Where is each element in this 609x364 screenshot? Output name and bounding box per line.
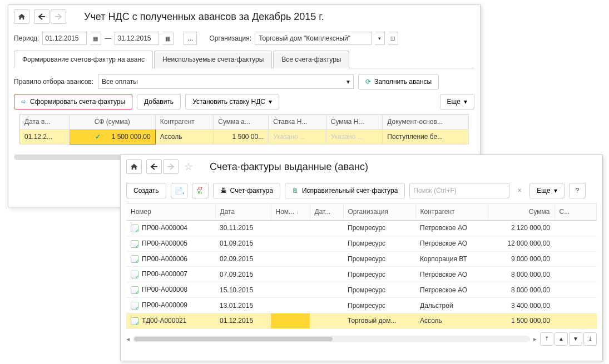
dtkt-button[interactable]: ДтКт [192,183,209,198]
org-label: Организация: [209,34,251,42]
period-from-input[interactable]: 01.12.2015 [42,32,87,45]
col-doc[interactable]: Документ-основ... [383,114,469,129]
arrow-right-icon: ➪ [21,98,27,106]
cell-date: 02.09.2015 [215,251,271,267]
scroll-right-icon[interactable]: ▸ [533,335,537,343]
table-header-row: Номер Дата Ном...↓ Дат... Организация Ко… [126,203,597,221]
col-date[interactable]: Дата [215,203,271,221]
goto-bottom-button[interactable]: ⤓ [583,332,597,346]
tab-formation[interactable]: Формирование счетов-фактур на аванс [14,51,153,68]
cell-org: Промресурс [343,251,415,267]
cell-sum-a: 1 500 00... [214,129,269,144]
corr-label: Исправительный счет-фактура [302,187,398,195]
col-nom[interactable]: Ном...↓ [271,203,310,221]
cell-number: ПР00-А000009 [126,298,215,313]
goto-top-button[interactable]: ⤒ [540,332,553,346]
page-title: Счета-фактуры выданные (аванс) [210,161,368,173]
scroll-left-icon[interactable]: ◂ [126,335,130,343]
cell-org: Промресурс [343,298,415,313]
col-sum-n[interactable]: Сумма Н... [326,114,383,129]
more-button[interactable]: Еще ▾ [440,94,474,109]
cell-number: ПР00-А000004 [126,221,215,236]
period-to-input[interactable]: 31.12.2015 [115,32,159,45]
home-button[interactable] [126,159,142,174]
cell-contractor: Петровское АО [415,236,488,251]
cell-sum: 3 400 000,00 [488,298,554,313]
back-button[interactable] [34,9,49,24]
table-row[interactable]: ПР00-А00000913.01.2015ПромресурсДальстро… [126,298,597,313]
document-icon [131,255,138,263]
create-button[interactable]: Создать [126,183,166,198]
col-dat[interactable]: Дат... [310,203,343,221]
org-open-icon[interactable]: ◫ [388,32,398,45]
tab-unused[interactable]: Неиспользуемые счета-фактуры [154,51,272,68]
table-row[interactable]: 01.12.2... ✓ 1 500 000,00 Ассоль 1 500 0… [20,129,469,144]
cell-org: Промресурс [343,236,415,251]
org-input[interactable]: Торговый дом "Комплексный" [255,32,372,45]
table-row[interactable]: ТД00-А00002101.12.2015Торговый дом...Асс… [126,313,597,328]
correction-invoice-button[interactable]: 🗎 Исправительный счет-фактура [285,183,405,198]
search-input[interactable]: Поиск (Ctrl+F) [409,183,509,198]
calendar-icon[interactable]: ▦ [162,32,174,45]
col-number[interactable]: Номер [126,203,215,221]
more-button[interactable]: Еще ▾ [529,183,564,198]
set-vat-rate-button[interactable]: Установить ставку НДС ▾ [185,94,279,109]
cell-contractor: Ассоль [415,313,488,328]
rule-select[interactable]: Все оплаты ▾ [98,74,354,89]
cell-extra [554,298,597,313]
col-sf-sum[interactable]: СФ (сумма) [69,114,155,129]
tab-all[interactable]: Все счета-фактуры [273,51,349,68]
col-contractor[interactable]: Контрагент [155,114,214,129]
cell-date: 15.10.2015 [215,282,271,298]
forward-button[interactable] [163,159,179,174]
goto-down-button[interactable]: ▼ [569,332,582,346]
table-row[interactable]: ПР00-А00000815.10.2015ПромресурсПетровск… [126,282,597,298]
add-button[interactable]: Добавить [137,94,181,109]
cell-sum: 1 500 000,00 [488,313,554,328]
document-arrow-icon: 🗎 [292,187,299,195]
back-button[interactable] [146,159,162,174]
cell-date: 01.12.2015 [215,313,271,328]
search-placeholder: Поиск (Ctrl+F) [413,187,457,195]
table-header-row: Дата в... СФ (сумма) Контрагент Сумма а.… [20,114,469,129]
table-row[interactable]: ПР00-А00000430.11.2015ПромресурсПетровск… [126,221,597,236]
sort-asc-icon: ↓ [296,209,299,215]
cell-nom [271,251,310,267]
document-icon [131,286,138,294]
col-sum[interactable]: Сумма [488,203,554,221]
forward-button[interactable] [51,9,66,24]
period-dialog-button[interactable]: ... [184,32,197,45]
tabs: Формирование счетов-фактур на аванс Неис… [14,51,474,68]
cell-extra [554,221,597,236]
chevron-down-icon: ▾ [269,98,272,106]
calendar-icon[interactable]: ▦ [90,32,101,45]
org-dropdown-icon[interactable]: ▾ [375,32,385,45]
form-invoices-button[interactable]: ➪ Сформировать счета-фактуры [14,94,132,109]
print-invoice-button[interactable]: 🖶 Счет-фактура [213,183,280,198]
search-clear-button[interactable]: × [514,187,525,195]
col-extra[interactable]: С... [554,203,597,221]
fill-advances-button[interactable]: ⟳ Заполнить авансы [358,74,439,89]
horizontal-scrollbar[interactable] [133,336,530,342]
help-button[interactable]: ? [569,183,586,198]
table-row[interactable]: ПР00-А00000602.09.2015ПромресурсКорпорац… [126,251,597,267]
goto-up-button[interactable]: ▲ [554,332,568,346]
cell-nom [271,298,310,313]
window-invoices-issued: ☆ Счета-фактуры выданные (аванс) Создать… [120,154,603,361]
copy-button[interactable]: 📄+ [171,183,187,198]
col-contractor[interactable]: Контрагент [415,203,488,221]
home-button[interactable] [14,9,29,24]
favorite-star-icon[interactable]: ☆ [184,161,193,173]
vat-label: Установить ставку НДС [192,98,265,106]
table-row[interactable]: ПР00-А00000501.09.2015ПромресурсПетровск… [126,236,597,251]
cell-sum: 9 000 000,00 [488,251,554,267]
col-rate[interactable]: Ставка Н... [269,114,326,129]
cell-number: ПР00-А000008 [126,282,215,298]
cell-dat [310,251,343,267]
col-sum-a[interactable]: Сумма а... [214,114,269,129]
cell-dat [310,313,343,328]
col-date[interactable]: Дата в... [20,114,70,129]
titlebar: Учет НДС с полученных авансов за Декабрь… [8,5,480,28]
table-row[interactable]: ПР00-А00000707.09.2015ПромресурсПетровск… [126,267,597,282]
col-org[interactable]: Организация [343,203,415,221]
